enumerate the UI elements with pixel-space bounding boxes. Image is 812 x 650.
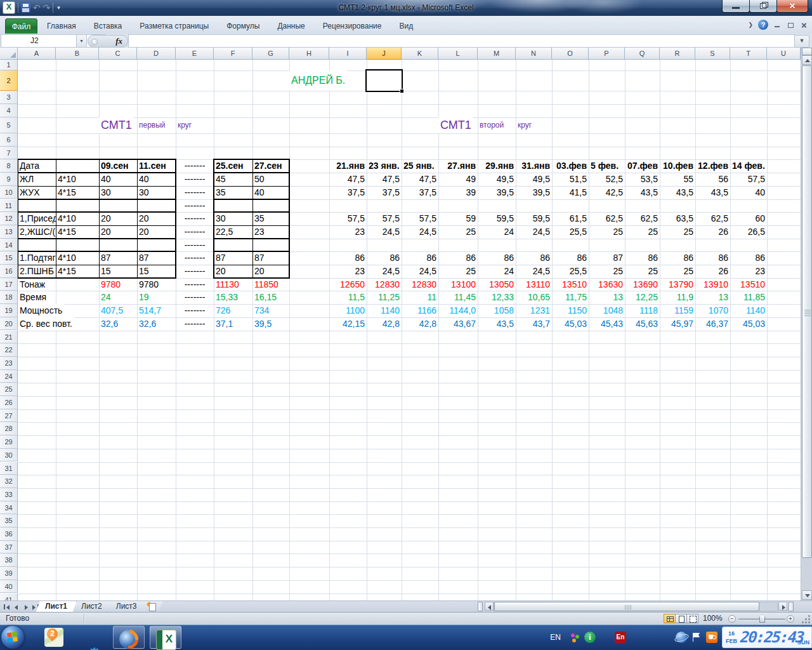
- cell-J18[interactable]: 11,25: [367, 291, 402, 304]
- cell-O8[interactable]: 03.фев: [552, 159, 589, 173]
- cell-D5[interactable]: первый: [137, 117, 176, 133]
- cell-R17[interactable]: 13790: [660, 278, 695, 291]
- cell-L8[interactable]: 27.янв: [438, 159, 478, 173]
- next-sheet-button[interactable]: [22, 602, 30, 611]
- cell-T9[interactable]: 57,5: [730, 173, 767, 186]
- cell-A17[interactable]: Тонаж: [18, 278, 56, 291]
- cell-K20[interactable]: 42,8: [402, 317, 438, 331]
- cell-T10[interactable]: 40: [730, 186, 767, 199]
- cell-G20[interactable]: 39,5: [252, 317, 289, 331]
- row-header-39[interactable]: 39: [0, 567, 18, 580]
- cell-I9[interactable]: 47,5: [329, 173, 367, 186]
- volume-icon[interactable]: [599, 632, 611, 643]
- cell-M20[interactable]: 43,5: [478, 317, 516, 331]
- cell-M5[interactable]: второй: [478, 117, 516, 133]
- row-header-11[interactable]: 11: [0, 199, 18, 213]
- scroll-up-button[interactable]: [802, 55, 812, 65]
- clock-widget[interactable]: 16FEB 20:25:43 SUN: [722, 627, 812, 648]
- cell-F12[interactable]: 30: [214, 212, 252, 225]
- cell-T19[interactable]: 1140: [730, 304, 767, 317]
- cell-I17[interactable]: 12650: [329, 278, 367, 291]
- cell-D12[interactable]: 20: [137, 212, 176, 225]
- cell-S9[interactable]: 56: [695, 173, 730, 186]
- cell-A18[interactable]: Время: [18, 291, 56, 304]
- cell-B12[interactable]: 4*10: [56, 212, 99, 225]
- cell-M13[interactable]: 24: [478, 225, 516, 239]
- row-header-35[interactable]: 35: [0, 514, 18, 527]
- cell-D8[interactable]: 11.сен: [137, 159, 176, 173]
- column-header-T[interactable]: T: [730, 48, 767, 60]
- cell-J15[interactable]: 86: [367, 251, 402, 265]
- column-header-B[interactable]: B: [56, 48, 99, 60]
- cell-Q9[interactable]: 53,5: [625, 173, 660, 186]
- column-header-S[interactable]: S: [695, 48, 730, 60]
- expand-ribbon-icon[interactable]: ❯: [748, 22, 753, 28]
- row-header-23[interactable]: 23: [0, 357, 18, 370]
- cell-E13[interactable]: -------: [176, 225, 214, 239]
- tab-разметка-страницы[interactable]: Разметка страницы: [131, 18, 218, 34]
- cell-A12[interactable]: 1,Присед: [18, 212, 56, 225]
- row-header-37[interactable]: 37: [0, 541, 18, 554]
- zoom-level[interactable]: 100%: [703, 613, 723, 625]
- cell-Q15[interactable]: 86: [625, 251, 660, 265]
- cell-C15[interactable]: 87: [99, 251, 137, 265]
- cell-L20[interactable]: 43,67: [438, 317, 478, 331]
- cell-N8[interactable]: 31.янв: [516, 159, 552, 173]
- column-header-P[interactable]: P: [589, 48, 625, 60]
- cell-I16[interactable]: 23: [329, 265, 367, 278]
- certificate-icon[interactable]: [660, 632, 672, 643]
- cell-L15[interactable]: 86: [438, 251, 478, 265]
- vertical-scrollbar[interactable]: [801, 48, 812, 600]
- previous-sheet-button[interactable]: [12, 602, 21, 611]
- cell-T18[interactable]: 11,85: [730, 291, 767, 304]
- cell-T13[interactable]: 26,5: [730, 225, 767, 239]
- cell-I10[interactable]: 37,5: [329, 186, 367, 199]
- cell-I12[interactable]: 57,5: [329, 212, 367, 225]
- page-layout-view-button[interactable]: [675, 614, 687, 623]
- column-header-C[interactable]: C: [99, 48, 137, 60]
- cell-E12[interactable]: -------: [176, 212, 214, 225]
- cell-Q16[interactable]: 25: [625, 265, 660, 278]
- cell-J12[interactable]: 57,5: [367, 212, 402, 225]
- cell-B16[interactable]: 4*15: [56, 265, 99, 278]
- cell-A19[interactable]: Мощность: [18, 304, 64, 317]
- firefox-taskbar-button[interactable]: [113, 626, 145, 649]
- cell-P19[interactable]: 1048: [589, 304, 625, 317]
- customize-quick-access-icon[interactable]: ▼: [56, 5, 61, 11]
- cell-E11[interactable]: -------: [176, 199, 214, 213]
- cell-E10[interactable]: -------: [176, 186, 214, 199]
- cell-N18[interactable]: 10,65: [516, 291, 552, 304]
- expand-formula-bar-icon[interactable]: ▼: [794, 35, 809, 48]
- row-header-18[interactable]: 18: [0, 291, 18, 304]
- cell-E20[interactable]: -------: [176, 317, 214, 331]
- column-header-U[interactable]: U: [767, 48, 801, 60]
- cell-D13[interactable]: 20: [137, 225, 176, 239]
- cell-F19[interactable]: 726: [214, 304, 252, 317]
- cell-G10[interactable]: 40: [252, 186, 289, 199]
- cell-J8[interactable]: 23 янв.: [367, 159, 402, 173]
- cell-F10[interactable]: 35: [214, 186, 252, 199]
- cell-M10[interactable]: 39,5: [478, 186, 516, 199]
- horizontal-split-handle[interactable]: [789, 602, 794, 611]
- cell-A16[interactable]: 2.ПШНБ: [18, 265, 56, 278]
- row-header-8[interactable]: 8: [0, 159, 18, 173]
- row-header-36[interactable]: 36: [0, 527, 18, 541]
- cell-C9[interactable]: 40: [99, 173, 137, 186]
- cell-K12[interactable]: 57,5: [402, 212, 438, 225]
- cell-R13[interactable]: 25: [660, 225, 695, 239]
- row-header-31[interactable]: 31: [0, 462, 18, 475]
- cell-S20[interactable]: 46,37: [695, 317, 730, 331]
- cell-B10[interactable]: 4*15: [56, 186, 99, 199]
- oac-gear-icon[interactable]: ⚙AC: [86, 647, 105, 650]
- cell-O17[interactable]: 13510: [552, 278, 589, 291]
- column-header-O[interactable]: O: [552, 48, 589, 60]
- cell-D18[interactable]: 19: [137, 291, 176, 304]
- cell-G16[interactable]: 20: [252, 265, 289, 278]
- cell-M19[interactable]: 1058: [478, 304, 516, 317]
- cell-O18[interactable]: 11,75: [552, 291, 589, 304]
- cell-H2[interactable]: АНДРЕЙ Б.: [289, 70, 347, 91]
- row-header-38[interactable]: 38: [0, 554, 18, 567]
- sheet-tab-лист2[interactable]: Лист2: [72, 601, 112, 613]
- cell-Q18[interactable]: 12,25: [625, 291, 660, 304]
- cell-S8[interactable]: 12.фев: [695, 159, 730, 173]
